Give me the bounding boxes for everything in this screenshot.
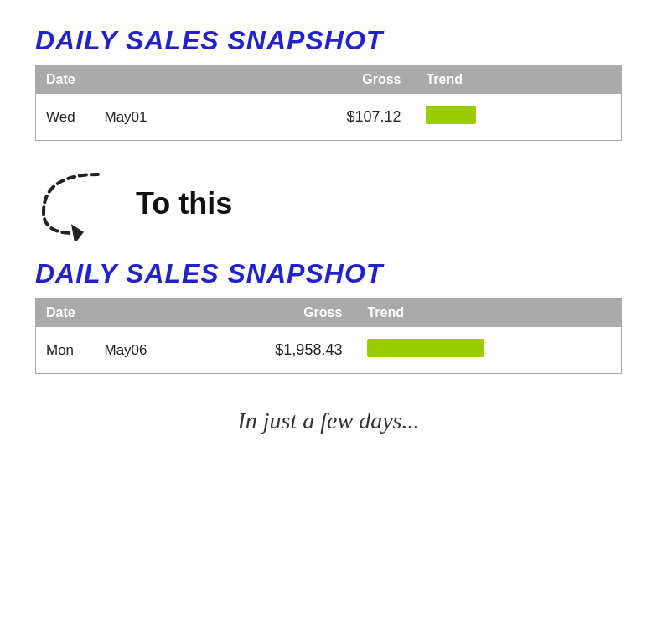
top-snapshot-title: DAILY SALES SNAPSHOT	[35, 25, 622, 56]
bottom-row-day: Mon	[36, 327, 95, 374]
top-row-trend	[417, 94, 621, 141]
top-row-gross: $107.12	[178, 94, 418, 141]
bottom-header-gross: Gross	[178, 299, 360, 328]
bottom-header-date: Date	[36, 299, 178, 328]
bottom-table-header-row: Date Gross Trend	[36, 299, 622, 328]
top-header-trend: Trend	[417, 65, 621, 95]
curved-arrow-icon	[35, 166, 119, 242]
bottom-snapshot-section: DAILY SALES SNAPSHOT Date Gross Trend Mo…	[35, 258, 622, 374]
bottom-row-trend	[359, 327, 621, 374]
bottom-row-gross: $1,958.43	[178, 327, 360, 374]
top-snapshot-table: Date Gross Trend Wed May01 $107.12	[35, 65, 622, 141]
top-table-row: Wed May01 $107.12	[36, 94, 622, 141]
top-header-gross: Gross	[178, 65, 418, 95]
bottom-snapshot-title: DAILY SALES SNAPSHOT	[35, 258, 622, 289]
top-table-header-row: Date Gross Trend	[36, 65, 622, 95]
top-row-date: May01	[95, 94, 178, 141]
top-header-date: Date	[36, 65, 178, 95]
bottom-row-date: May06	[95, 327, 178, 374]
bottom-header-trend: Trend	[359, 299, 621, 328]
top-snapshot-section: DAILY SALES SNAPSHOT Date Gross Trend We…	[35, 25, 622, 141]
top-row-day: Wed	[36, 94, 95, 141]
transition-section: To this	[35, 166, 622, 242]
bottom-trend-bar	[367, 339, 484, 357]
to-this-label: To this	[136, 186, 232, 221]
bottom-snapshot-table: Date Gross Trend Mon May06 $1,958.43	[35, 298, 622, 374]
footer-text: In just a few days...	[238, 408, 420, 434]
bottom-table-row: Mon May06 $1,958.43	[36, 327, 622, 374]
svg-marker-0	[71, 222, 85, 242]
top-trend-bar	[426, 106, 476, 124]
